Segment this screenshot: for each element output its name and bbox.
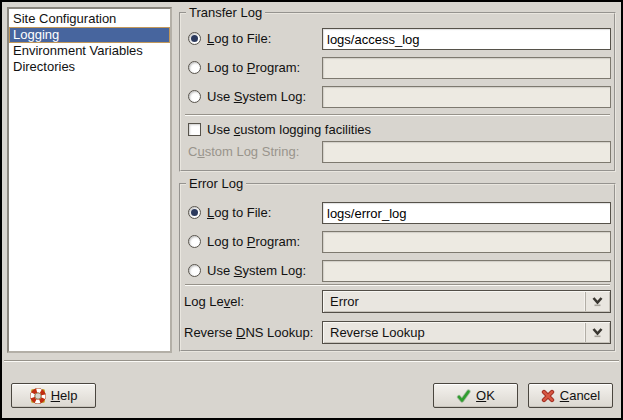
custom-log-string-input [322, 141, 611, 163]
separator [185, 284, 610, 286]
log-level-label: Log Level: [184, 290, 244, 313]
transfer-log-to-file-label[interactable]: Log to File: [207, 28, 271, 50]
transfer-log-frame-title: Transfer Log [186, 5, 265, 20]
transfer-log-to-program-radio[interactable] [188, 61, 201, 74]
ok-button[interactable]: OK [433, 383, 518, 408]
transfer-use-system-log-radio[interactable] [188, 90, 201, 103]
transfer-log-to-program-label[interactable]: Log to Program: [207, 57, 300, 79]
cancel-button[interactable]: Cancel [528, 383, 613, 408]
log-level-value: Error [330, 291, 359, 312]
help-button[interactable]: Help [11, 383, 96, 408]
sidebar-item-site-configuration[interactable]: Site Configuration [9, 11, 170, 27]
transfer-log-frame: Transfer Log Log to File: Log to Program… [179, 12, 616, 172]
transfer-log-file-input[interactable] [322, 28, 611, 50]
transfer-system-log-input [322, 86, 611, 108]
x-icon [541, 389, 555, 403]
separator [185, 114, 610, 116]
category-list: Site Configuration Logging Environment V… [7, 7, 172, 353]
reverse-dns-lookup-value: Reverse Lookup [330, 322, 425, 343]
use-custom-logging-checkbox[interactable] [188, 123, 201, 136]
error-use-system-log-radio[interactable] [188, 264, 201, 277]
error-log-program-input [322, 231, 611, 253]
error-use-system-log-label[interactable]: Use System Log: [207, 260, 306, 282]
separator [4, 360, 619, 362]
error-log-frame: Error Log Log to File: Log to Program: U… [179, 183, 616, 352]
check-icon [456, 389, 471, 403]
chevron-down-icon [585, 323, 609, 342]
sidebar-item-logging[interactable]: Logging [9, 27, 170, 43]
error-log-to-file-label[interactable]: Log to File: [207, 202, 271, 224]
error-system-log-input [322, 260, 611, 282]
logging-settings-window: Site Configuration Logging Environment V… [0, 0, 623, 420]
transfer-use-system-log-label[interactable]: Use System Log: [207, 86, 306, 108]
ok-button-label: OK [476, 388, 495, 403]
error-log-to-program-radio[interactable] [188, 235, 201, 248]
cancel-button-label: Cancel [560, 388, 600, 403]
transfer-log-to-file-radio[interactable] [188, 32, 201, 45]
error-log-to-program-label[interactable]: Log to Program: [207, 231, 300, 253]
use-custom-logging-label[interactable]: Use custom logging facilities [207, 119, 371, 141]
transfer-log-program-input [322, 57, 611, 79]
help-button-label: Help [51, 388, 78, 403]
reverse-dns-lookup-label: Reverse DNS Lookup: [184, 321, 313, 344]
lifebuoy-icon [30, 388, 46, 404]
reverse-dns-lookup-select[interactable]: Reverse Lookup [322, 321, 611, 344]
chevron-down-icon [585, 292, 609, 311]
error-log-to-file-radio[interactable] [188, 206, 201, 219]
error-log-file-input[interactable] [322, 202, 611, 224]
sidebar-item-environment-variables[interactable]: Environment Variables [9, 43, 170, 59]
error-log-frame-title: Error Log [186, 176, 246, 191]
custom-log-string-label: Custom Log String: [188, 141, 299, 163]
sidebar-item-directories[interactable]: Directories [9, 59, 170, 75]
log-level-select[interactable]: Error [322, 290, 611, 313]
